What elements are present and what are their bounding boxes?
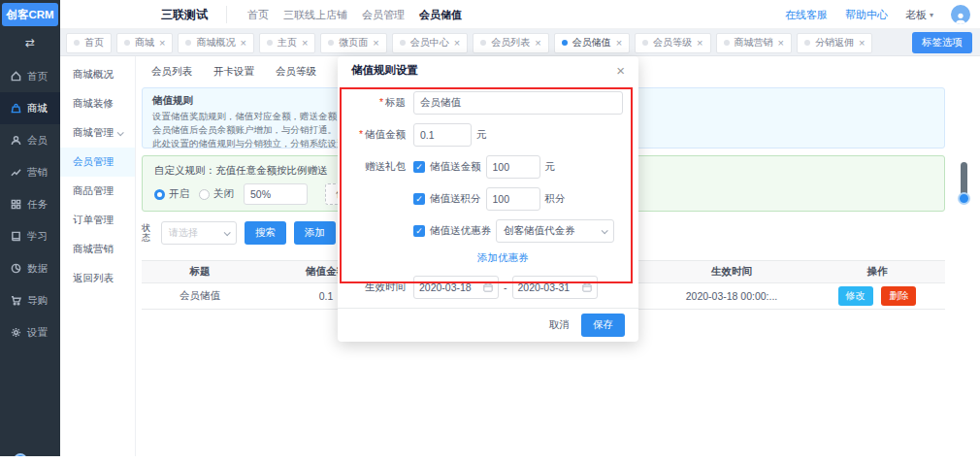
caret-down-icon: ▾ xyxy=(930,11,933,19)
content-tab-member-list[interactable]: 会员列表 xyxy=(151,65,192,79)
title-input[interactable] xyxy=(413,91,623,115)
tab-home[interactable]: 首页 xyxy=(66,33,112,53)
breadcrumb-member-mgmt[interactable]: 会员管理 xyxy=(362,8,405,22)
gift-money-input[interactable] xyxy=(486,155,540,179)
delete-button[interactable]: 删除 xyxy=(881,286,916,306)
status-select[interactable]: 请选择 xyxy=(161,221,237,245)
chevron-down-icon xyxy=(602,227,608,234)
edit-button[interactable]: 修改 xyxy=(838,286,873,306)
close-icon[interactable]: × xyxy=(616,63,625,78)
radio-off[interactable] xyxy=(199,189,210,200)
tab-member-list[interactable]: 会员列表× xyxy=(473,33,548,53)
header-divider xyxy=(226,6,227,23)
cancel-button[interactable]: 取消 xyxy=(549,318,570,332)
main-sidebar: 首页 商城 会员 营销 任务 学习 数据 导购 xyxy=(0,56,60,456)
checkbox-gift-coupon[interactable]: ✓ xyxy=(413,225,425,237)
float-widget[interactable] xyxy=(14,453,27,456)
app-root: 创客CRM 三联测试 首页 三联线上店铺 会员管理 会员储值 在线客服 帮助中心… xyxy=(0,0,980,456)
member-icon xyxy=(11,135,21,146)
tab-main-page[interactable]: 主页× xyxy=(259,33,315,53)
subnav-shop-overview[interactable]: 商城概况 xyxy=(60,60,135,89)
calendar-icon xyxy=(483,282,493,292)
cart-icon xyxy=(11,295,21,306)
gift-field-label: 赠送礼包 xyxy=(353,160,406,174)
scroll-indicator[interactable] xyxy=(958,162,970,207)
sub-sidebar: 商城概况 商城装修 商城管理 会员管理 商品管理 订单管理 商城营销 返回列表 xyxy=(60,56,136,456)
close-icon[interactable]: × xyxy=(454,37,460,49)
tab-member-stored-value[interactable]: 会员储值× xyxy=(554,33,630,53)
amount-input[interactable] xyxy=(413,123,472,147)
checkbox-gift-points[interactable]: ✓ xyxy=(413,193,425,205)
app-logo[interactable]: 创客CRM xyxy=(2,3,58,26)
avatar[interactable] xyxy=(951,5,970,24)
subnav-shop-manage[interactable]: 商城管理 xyxy=(60,118,135,148)
search-button[interactable]: 搜索 xyxy=(245,221,286,245)
coupon-select[interactable]: 创客储值代金券 xyxy=(496,219,614,243)
tab-member-center[interactable]: 会员中心× xyxy=(392,33,468,53)
tab-shop[interactable]: 商城× xyxy=(116,33,173,53)
sidebar-item-tasks[interactable]: 任务 xyxy=(0,188,60,220)
close-icon[interactable]: × xyxy=(159,37,165,49)
sidebar-item-learning[interactable]: 学习 xyxy=(0,220,60,252)
stored-value-rule-modal: 储值规则设置 × *标题 *储值金额 元 赠送礼包 ✓ 储值送金额 xyxy=(338,56,638,342)
amount-unit: 元 xyxy=(476,128,487,142)
book-icon xyxy=(11,231,21,242)
tab-member-level[interactable]: 会员等级× xyxy=(635,33,710,53)
radio-on[interactable] xyxy=(154,189,165,200)
close-icon[interactable]: × xyxy=(616,37,622,49)
add-button[interactable]: 添加 xyxy=(294,221,336,245)
save-button[interactable]: 保存 xyxy=(581,314,625,337)
tag-options-button[interactable]: 标签选项 xyxy=(912,32,972,53)
status-filter-label: 状态 xyxy=(142,223,153,244)
sidebar-item-marketing[interactable]: 营销 xyxy=(0,156,60,188)
radio-off-label[interactable]: 关闭 xyxy=(213,187,234,201)
subnav-member-manage[interactable]: 会员管理 xyxy=(60,148,135,177)
percent-input[interactable] xyxy=(244,183,308,205)
gift-points-input[interactable] xyxy=(486,187,540,211)
tab-shop-overview[interactable]: 商城概况× xyxy=(178,33,253,53)
content-tab-member-level[interactable]: 会员等级 xyxy=(276,65,316,79)
tab-dot xyxy=(642,40,648,46)
close-icon[interactable]: × xyxy=(302,37,308,49)
tab-micro-page[interactable]: 微页面× xyxy=(320,33,386,53)
content-tab-card-settings[interactable]: 开卡设置 xyxy=(213,65,254,79)
close-icon[interactable]: × xyxy=(778,37,784,49)
sidebar-item-data[interactable]: 数据 xyxy=(0,252,60,284)
sidebar-item-guide[interactable]: 导购 xyxy=(0,284,60,316)
close-icon[interactable]: × xyxy=(697,37,702,49)
breadcrumb-home[interactable]: 首页 xyxy=(247,8,269,22)
sidebar-item-shop[interactable]: 商城 xyxy=(0,92,60,124)
subnav-shop-decorate[interactable]: 商城装修 xyxy=(60,89,135,118)
online-service-link[interactable]: 在线客服 xyxy=(785,8,828,22)
help-center-link[interactable]: 帮助中心 xyxy=(845,8,888,22)
tab-shop-marketing[interactable]: 商城营销× xyxy=(716,33,792,53)
tab-dot xyxy=(400,40,406,46)
collapse-icon: ⇄ xyxy=(25,36,35,50)
sidebar-collapse-button[interactable]: ⇄ xyxy=(0,29,60,56)
subnav-back-to-list[interactable]: 返回列表 xyxy=(60,264,135,293)
start-date-input[interactable]: 2020-03-18 xyxy=(413,276,499,299)
add-coupon-link[interactable]: 添加优惠券 xyxy=(477,251,529,265)
close-icon[interactable]: × xyxy=(373,37,378,49)
close-icon[interactable]: × xyxy=(240,37,245,49)
subnav-order-manage[interactable]: 订单管理 xyxy=(60,206,135,235)
user-menu[interactable]: 老板 ▾ xyxy=(905,8,933,22)
sidebar-item-home[interactable]: 首页 xyxy=(0,60,60,92)
breadcrumb-current: 会员储值 xyxy=(419,8,462,22)
modal-header: 储值规则设置 × xyxy=(338,56,638,83)
sidebar-item-settings[interactable]: 设置 xyxy=(0,316,60,348)
home-icon xyxy=(11,71,21,82)
end-date-input[interactable]: 2020-03-31 xyxy=(512,276,598,299)
breadcrumb-shop[interactable]: 三联线上店铺 xyxy=(283,8,347,22)
close-icon[interactable]: × xyxy=(859,37,865,49)
close-icon[interactable]: × xyxy=(535,37,540,49)
radio-on-label[interactable]: 开启 xyxy=(169,187,189,201)
subnav-shop-marketing[interactable]: 商城营销 xyxy=(60,235,135,264)
subnav-product-manage[interactable]: 商品管理 xyxy=(60,177,135,206)
tab-distribution-rebate[interactable]: 分销返佣× xyxy=(797,33,872,53)
sidebar-item-member[interactable]: 会员 xyxy=(0,124,60,156)
checkbox-gift-money[interactable]: ✓ xyxy=(413,161,425,173)
tab-dot xyxy=(267,40,273,46)
header-actions: 在线客服 帮助中心 老板 ▾ xyxy=(785,0,970,29)
chevron-down-icon xyxy=(117,129,124,136)
